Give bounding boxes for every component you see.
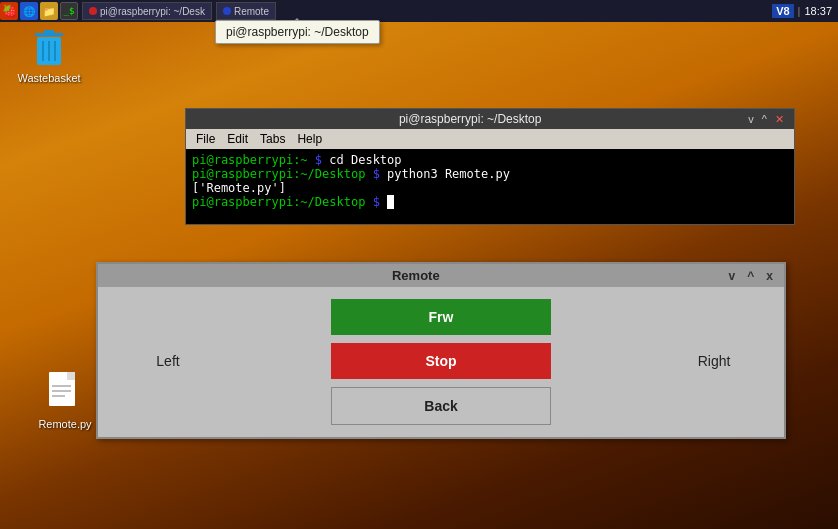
terminal-minimize-btn[interactable]: v bbox=[746, 113, 756, 125]
terminal-menu-edit[interactable]: Edit bbox=[221, 131, 254, 147]
right-label[interactable]: Right bbox=[654, 353, 774, 369]
frw-button[interactable]: Frw bbox=[331, 299, 551, 335]
back-row: Back bbox=[108, 387, 774, 425]
back-button[interactable]: Back bbox=[331, 387, 551, 425]
terminal-close-btn[interactable]: ✕ bbox=[773, 113, 786, 126]
v8-badge: V8 bbox=[772, 4, 793, 18]
direction-row: Left Stop Right bbox=[108, 343, 774, 379]
tooltip-text: pi@raspberrypi: ~/Desktop bbox=[226, 25, 369, 39]
terminal-prompt-dollar-1: $ bbox=[315, 153, 329, 167]
terminal-controls: v ^ ✕ bbox=[746, 113, 786, 126]
terminal-line-2: pi@raspberrypi:~/Desktop $ python3 Remot… bbox=[192, 167, 788, 181]
tooltip: pi@raspberrypi: ~/Desktop bbox=[215, 20, 380, 44]
taskbar-terminal-icon[interactable]: _$ bbox=[60, 2, 78, 20]
remote-dialog-controls: v ^ x bbox=[726, 269, 776, 283]
terminal-menu: File Edit Tabs Help bbox=[186, 129, 794, 149]
wastebasket-label: Wastebasket bbox=[17, 72, 80, 84]
taskbar: 🍓 🌐 📁 _$ pi@raspberrypi: ~/Desk Remote V… bbox=[0, 0, 838, 22]
remote-maximize-btn[interactable]: ^ bbox=[744, 269, 757, 283]
terminal-cursor-prompt: pi@raspberrypi:~/Desktop bbox=[192, 195, 365, 209]
terminal-menu-file[interactable]: File bbox=[190, 131, 221, 147]
terminal-titlebar: pi@raspberrypi: ~/Desktop v ^ ✕ bbox=[186, 109, 794, 129]
terminal-title: pi@raspberrypi: ~/Desktop bbox=[194, 112, 746, 126]
remote-window-label: Remote bbox=[234, 6, 269, 17]
taskbar-time: 18:37 bbox=[804, 5, 832, 17]
remote-dialog: Remote v ^ x Frw Left Stop Right Back bbox=[96, 262, 786, 439]
terminal-output-1: ['Remote.py'] bbox=[192, 181, 788, 195]
terminal-cursor-dollar: $ bbox=[373, 195, 387, 209]
wastebasket-icon bbox=[29, 28, 69, 68]
terminal-maximize-btn[interactable]: ^ bbox=[760, 113, 769, 125]
taskbar-left: 🍓 🌐 📁 _$ pi@raspberrypi: ~/Desk Remote bbox=[0, 2, 772, 20]
remote-close-btn[interactable]: x bbox=[763, 269, 776, 283]
remote-py-label: Remote.py bbox=[38, 418, 91, 430]
taskbar-browser-icon[interactable]: 🌐 bbox=[20, 2, 38, 20]
remote-minimize-btn[interactable]: v bbox=[726, 269, 739, 283]
svg-rect-8 bbox=[67, 372, 75, 380]
terminal-prompt-2: pi@raspberrypi:~/Desktop bbox=[192, 167, 365, 181]
stop-button[interactable]: Stop bbox=[331, 343, 551, 379]
terminal-cmd-2: python3 Remote.py bbox=[387, 167, 510, 181]
terminal-cmd-1: cd Desktop bbox=[329, 153, 401, 167]
terminal-cursor-line: pi@raspberrypi:~/Desktop $ bbox=[192, 195, 788, 209]
remote-dot bbox=[223, 7, 231, 15]
terminal-menu-help[interactable]: Help bbox=[291, 131, 328, 147]
left-label[interactable]: Left bbox=[108, 353, 228, 369]
desktop-icon-remote-py[interactable]: Remote.py bbox=[30, 374, 100, 430]
terminal-menu-tabs[interactable]: Tabs bbox=[254, 131, 291, 147]
taskbar-folder-icon[interactable]: 📁 bbox=[40, 2, 58, 20]
taskbar-window-terminal[interactable]: pi@raspberrypi: ~/Desk bbox=[82, 2, 212, 20]
remote-body: Frw Left Stop Right Back bbox=[98, 287, 784, 437]
terminal-prompt-1: pi@raspberrypi:~ bbox=[192, 153, 308, 167]
terminal-prompt-dollar-2: $ bbox=[373, 167, 387, 181]
remote-py-icon bbox=[45, 374, 85, 414]
desktop-icon-wastebasket[interactable]: Wastebasket bbox=[14, 28, 84, 84]
terminal-window-label: pi@raspberrypi: ~/Desk bbox=[100, 6, 205, 17]
remote-dialog-title: Remote bbox=[106, 268, 726, 283]
remote-titlebar: Remote v ^ x bbox=[98, 264, 784, 287]
terminal-body: pi@raspberrypi:~ $ cd Desktop pi@raspber… bbox=[186, 149, 794, 224]
terminal-cursor bbox=[387, 195, 394, 209]
frw-row: Frw bbox=[108, 299, 774, 335]
taskbar-divider: | bbox=[798, 5, 801, 17]
terminal-window: pi@raspberrypi: ~/Desktop v ^ ✕ File Edi… bbox=[185, 108, 795, 225]
terminal-line-1: pi@raspberrypi:~ $ cd Desktop bbox=[192, 153, 788, 167]
terminal-dot bbox=[89, 7, 97, 15]
taskbar-window-remote[interactable]: Remote bbox=[216, 2, 276, 20]
desktop: 🍓 🌐 📁 _$ pi@raspberrypi: ~/Desk Remote V… bbox=[0, 0, 838, 529]
svg-rect-1 bbox=[44, 30, 54, 34]
taskbar-right: V8 | 18:37 bbox=[772, 4, 838, 18]
taskbar-globe-icon[interactable]: 🍓 bbox=[0, 2, 18, 20]
